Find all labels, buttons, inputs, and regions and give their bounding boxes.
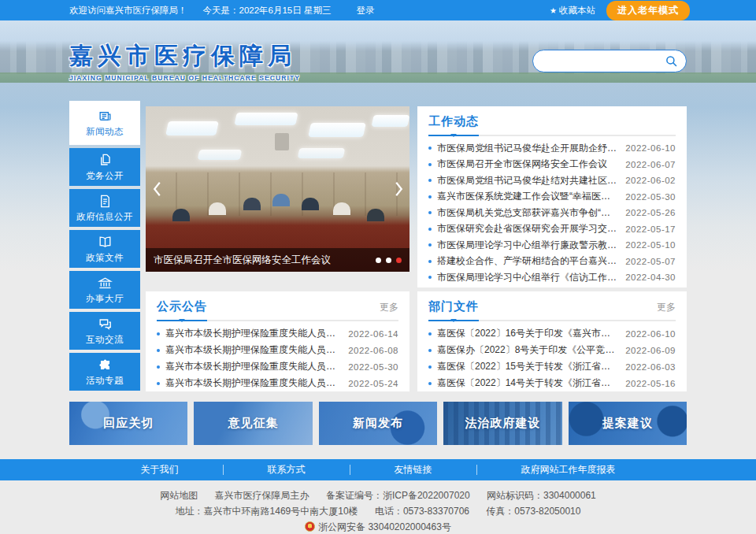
news-carousel[interactable]: 市医保局召开全市医保网络安全工作会议 [146, 106, 410, 272]
bullet-icon [428, 382, 432, 385]
work-news-card: 工作动态 市医保局党组书记马俊华赴企开展助企纾困活动2022-06-10 市医保… [417, 106, 687, 287]
footer-info: 网站地图 嘉兴市医疗保障局主办 备案证编号：浙ICP备2022007020 网站… [0, 480, 756, 534]
dept-files-more-link[interactable]: 更多 [657, 301, 676, 314]
item-date: 2022-05-30 [625, 192, 676, 202]
footer-link-friendly-links[interactable]: 友情链接 [395, 463, 432, 477]
list-item[interactable]: 嘉兴市本级长期护理保险重度失能人员名单公示（2...2022-05-24 [157, 375, 398, 391]
person-silhouette [302, 198, 319, 210]
search-box[interactable] [532, 50, 687, 72]
item-title: 嘉兴市本级长期护理保险重度失能人员名单公示（2... [165, 327, 340, 340]
sidebar-item-label: 互动交流 [86, 334, 124, 346]
list-item[interactable]: 嘉兴市医保系统党建工作会议暨“幸福医保”党建联...2022-05-30 [428, 189, 676, 206]
sidebar-item-label: 办事大厅 [86, 293, 124, 305]
item-title: 嘉兴市本级长期护理保险重度失能人员名单公示（2... [165, 360, 340, 373]
item-date: 2022-06-03 [625, 362, 676, 372]
puzzle-icon [98, 358, 113, 373]
banner-proposal-suggestions[interactable]: 提案建议 [569, 402, 687, 445]
item-date: 2022-06-14 [348, 329, 398, 339]
pages-icon [98, 153, 113, 168]
banner-respond-concerns[interactable]: 回应关切 [69, 402, 187, 445]
list-item[interactable]: 市医保局理论学习中心组举行《信访工作条例》专题...2022-04-30 [428, 269, 676, 286]
login-link[interactable]: 登录 [356, 5, 374, 17]
sidebar-item-label: 政府信息公开 [76, 211, 133, 223]
carousel-next-arrow[interactable] [392, 178, 405, 200]
sidebar-item-news[interactable]: 新闻动态 [69, 101, 140, 145]
list-item[interactable]: 市医保局召开全市医保网络安全工作会议2022-06-07 [428, 157, 676, 173]
list-item[interactable]: 嘉医保〔2022〕14号关于转发《浙江省医疗保...2022-05-16 [428, 375, 676, 391]
footer-link-about[interactable]: 关于我们 [141, 463, 179, 477]
sidebar-item-policy-files[interactable]: 政策文件 [69, 230, 140, 268]
bullet-icon [428, 146, 432, 150]
list-item[interactable]: 嘉兴市本级长期护理保险重度失能人员名单公示（2...2022-05-30 [157, 358, 398, 375]
item-date: 2022-06-10 [625, 143, 676, 153]
bullet-icon [428, 211, 432, 214]
list-item[interactable]: 搭建校企合作、产学研相结合的平台嘉兴市长期护理...2022-05-07 [428, 254, 676, 270]
announcements-title: 公示公告 [157, 299, 207, 314]
list-item[interactable]: 市医保局理论学习中心组举行廉政警示教育专题学习...2022-05-10 [428, 237, 676, 254]
list-item[interactable]: 嘉医保〔2022〕16号关于印发《嘉兴市医疗保...2022-06-10 [428, 325, 676, 342]
sitemap-link[interactable]: 网站地图 [160, 490, 198, 501]
list-item[interactable]: 嘉医保办〔2022〕8号关于印发《公平竞争审查...2022-06-09 [428, 342, 676, 358]
bullet-icon [157, 349, 160, 352]
main-content: 新闻动态 党务公开 政府信息公开 政策文件 办事大厅 [69, 101, 687, 394]
list-item[interactable]: 嘉医保〔2022〕15号关于转发《浙江省医疗保...2022-06-03 [428, 358, 676, 375]
item-title: 市医保局召开全市医保网络安全工作会议 [437, 158, 617, 171]
divider [476, 465, 477, 475]
carousel-prev-arrow[interactable] [150, 178, 163, 200]
banner-rule-of-law[interactable]: 法治政府建设 [443, 402, 561, 445]
search-input[interactable] [542, 55, 665, 66]
list-item[interactable]: 市医保局党组书记马俊华赴结对共建社区指导全国文...2022-06-02 [428, 172, 676, 189]
carousel-dot[interactable] [376, 258, 381, 263]
footer-link-annual-report[interactable]: 政府网站工作年度报表 [521, 463, 616, 477]
fax-text: 传真：0573-82050010 [486, 506, 580, 517]
police-record-text[interactable]: 浙公网安备 33040202000463号 [318, 521, 451, 532]
carousel-caption[interactable]: 市医保局召开全市医保网络安全工作会议 [154, 254, 371, 267]
list-item[interactable]: 嘉兴市本级长期护理保险重度失能人员名单公示（2...2022-06-14 [157, 325, 398, 342]
book-icon [98, 235, 113, 250]
list-item[interactable]: 市医保研究会赴省医保研究会开展学习交流活动2022-05-17 [428, 221, 676, 238]
banner-label: 提案建议 [602, 416, 653, 431]
announcements-more-link[interactable]: 更多 [380, 301, 398, 314]
banner-opinion-collection[interactable]: 意见征集 [194, 402, 312, 445]
sidebar-item-gov-info[interactable]: 政府信息公开 [69, 189, 140, 227]
date-text: 今天是：2022年6月15日 星期三 [203, 5, 332, 17]
carousel-dot[interactable] [386, 258, 391, 263]
bullet-icon [428, 276, 432, 279]
item-title: 嘉兴市医保系统党建工作会议暨“幸福医保”党建联... [437, 190, 617, 203]
item-title: 嘉医保〔2022〕14号关于转发《浙江省医疗保... [437, 376, 617, 390]
search-icon[interactable] [665, 55, 677, 67]
site-title: 嘉兴市医疗保障局 [69, 40, 300, 72]
sidebar-item-interaction[interactable]: 互动交流 [69, 312, 140, 350]
bullet-icon [157, 332, 160, 336]
address-text: 地址：嘉兴市中环南路1469号中南大厦10楼 [176, 506, 358, 517]
item-date: 2022-06-07 [625, 160, 676, 169]
elder-mode-button[interactable]: 进入老年模式 [606, 1, 690, 20]
banner-label: 意见征集 [228, 416, 279, 431]
banner-news-release[interactable]: 新闻发布 [319, 402, 437, 445]
star-icon: ★ [550, 6, 557, 15]
file-text-icon [98, 194, 113, 209]
chat-icon [98, 317, 113, 332]
list-item[interactable]: 市医保局党组书记马俊华赴企开展助企纾困活动2022-06-10 [428, 140, 676, 157]
favorite-site-link[interactable]: ★ 收藏本站 [550, 5, 595, 17]
bullet-icon [428, 228, 432, 231]
sidebar-item-service-hall[interactable]: 办事大厅 [69, 271, 140, 309]
sidebar-item-special-topics[interactable]: 活动专题 [69, 353, 140, 391]
sidebar-item-party-affairs[interactable]: 党务公开 [69, 148, 140, 186]
bullet-icon [157, 382, 160, 385]
bank-icon [98, 276, 113, 291]
top-bar: 欢迎访问嘉兴市医疗保障局！ 今天是：2022年6月15日 星期三 登录 ★ 收藏… [0, 0, 756, 20]
item-title: 嘉兴市本级长期护理保险重度失能人员名单公示（2... [165, 376, 340, 390]
footer-link-contact[interactable]: 联系方式 [268, 463, 306, 477]
site-logo: 嘉兴市医疗保障局 JIAXING MUNICIPAL BUREAU OF HEA… [69, 40, 300, 82]
ceiling-light [165, 121, 219, 135]
item-date: 2022-05-10 [625, 240, 676, 250]
person-silhouette [333, 202, 350, 215]
item-date: 2022-06-09 [625, 346, 676, 355]
carousel-dot-active[interactable] [396, 258, 402, 263]
item-date: 2022-06-10 [625, 329, 676, 339]
list-item[interactable]: 市医保局机关党总支部获评嘉兴市争创“建设清廉机...2022-05-26 [428, 205, 676, 221]
list-item[interactable]: 嘉兴市本级长期护理保险重度失能人员名单公示（2...2022-06-08 [157, 342, 398, 358]
host-text: 嘉兴市医疗保障局主办 [215, 490, 309, 501]
site-title-en: JIAXING MUNICIPAL BUREAU OF HEALTHCARE S… [69, 74, 300, 82]
